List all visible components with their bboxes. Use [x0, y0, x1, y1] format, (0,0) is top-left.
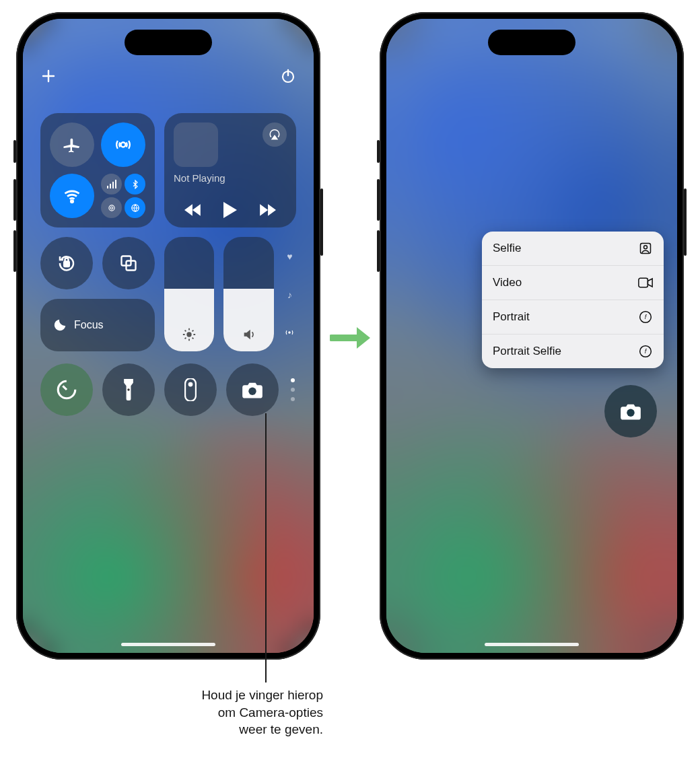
phone-frame-right: Selfie Video Portrait f Portrait Selfie: [380, 12, 684, 660]
control-center: Not Playing: [23, 19, 314, 653]
airplay-icon: [269, 129, 281, 141]
svg-point-2: [71, 201, 73, 203]
svg-point-27: [627, 409, 634, 417]
orientation-lock-button[interactable]: [40, 237, 93, 289]
callout-line1: Houd je vinger hierop: [201, 688, 323, 702]
screen-right: Selfie Video Portrait f Portrait Selfie: [386, 19, 677, 653]
svg-text:f: f: [645, 348, 648, 355]
cellular-icon: [101, 174, 122, 195]
airplane-mode-toggle[interactable]: [50, 123, 94, 167]
speaker-icon: [242, 327, 256, 342]
music-note-icon: ♪: [287, 289, 292, 300]
person-square-icon: [638, 241, 653, 256]
wifi-icon: [63, 186, 81, 205]
svg-rect-6: [115, 180, 116, 188]
brightness-slider[interactable]: [164, 237, 214, 351]
forward-button[interactable]: [258, 203, 276, 217]
screen-mirroring-button[interactable]: [102, 237, 155, 289]
svg-rect-5: [112, 182, 114, 188]
airdrop-icon: [114, 135, 133, 154]
callout-leader-line: [265, 413, 267, 682]
svg-point-19: [248, 388, 256, 395]
home-indicator[interactable]: [121, 643, 215, 646]
media-card[interactable]: Not Playing: [164, 113, 296, 228]
add-control-icon[interactable]: [40, 68, 57, 84]
heart-icon: ♥: [287, 251, 292, 262]
menu-item-label: Portrait Selfie: [493, 345, 561, 358]
remote-button[interactable]: [164, 363, 217, 416]
svg-point-14: [289, 332, 290, 333]
side-button: [320, 188, 323, 256]
rewind-button[interactable]: [184, 203, 202, 217]
menu-item-label: Portrait: [493, 310, 530, 324]
aperture-icon: f: [638, 310, 653, 324]
side-button: [377, 230, 380, 272]
now-playing-status: Not Playing: [174, 172, 287, 184]
svg-rect-3: [107, 186, 108, 188]
focus-button[interactable]: Focus: [40, 299, 155, 351]
svg-point-7: [110, 207, 113, 209]
callout-text: Houd je vinger hierop om Camera-opties w…: [135, 687, 323, 738]
timer-icon: [55, 378, 78, 401]
play-button[interactable]: [223, 202, 238, 218]
power-icon[interactable]: [280, 68, 296, 84]
orientation-lock-icon: [57, 253, 77, 273]
vpn-icon: [125, 197, 145, 218]
connectivity-card[interactable]: [40, 113, 155, 228]
tv-remote-icon: [184, 378, 197, 401]
timer-button[interactable]: [40, 363, 93, 416]
phone-frame-left: Not Playing: [16, 12, 320, 660]
volume-slider[interactable]: [223, 237, 273, 351]
svg-point-18: [188, 382, 193, 387]
camera-button[interactable]: [226, 363, 279, 416]
side-button: [13, 140, 16, 163]
side-button: [13, 179, 16, 221]
side-indicators: ♥ ♪: [283, 237, 296, 351]
svg-rect-4: [110, 184, 111, 188]
callout-line2: om Camera-opties: [218, 705, 323, 720]
svg-rect-22: [639, 278, 648, 287]
moon-icon: [53, 318, 67, 332]
sun-icon: [182, 327, 197, 342]
side-button: [684, 188, 687, 256]
side-button: [13, 230, 16, 272]
antenna-icon: [285, 328, 294, 337]
menu-item-portrait[interactable]: Portrait f: [482, 300, 664, 335]
menu-item-label: Video: [493, 276, 522, 289]
menu-item-video[interactable]: Video: [482, 266, 664, 300]
wifi-toggle[interactable]: [50, 174, 94, 218]
airplane-icon: [62, 135, 82, 155]
hotspot-icon: [101, 197, 122, 218]
connectivity-mini-grid[interactable]: [101, 174, 145, 218]
callout-line3: weer te geven.: [239, 722, 323, 736]
focus-label: Focus: [74, 319, 104, 331]
menu-item-portrait-selfie[interactable]: Portrait Selfie f: [482, 335, 664, 368]
bluetooth-icon: [125, 174, 145, 195]
flashlight-button[interactable]: [102, 363, 155, 416]
flashlight-icon: [122, 379, 135, 400]
svg-rect-20: [641, 244, 651, 254]
svg-point-13: [187, 332, 192, 337]
dynamic-island: [488, 30, 575, 55]
svg-point-21: [644, 246, 648, 249]
home-indicator[interactable]: [485, 643, 579, 646]
page-indicator[interactable]: [291, 378, 295, 401]
camera-icon: [620, 403, 641, 420]
svg-point-16: [127, 388, 129, 390]
screen-left: Not Playing: [23, 19, 314, 653]
cc-topbar: [40, 59, 296, 93]
airdrop-toggle[interactable]: [101, 123, 145, 167]
menu-item-selfie[interactable]: Selfie: [482, 232, 664, 266]
svg-point-1: [121, 143, 126, 147]
screen-mirroring-icon: [119, 254, 138, 273]
side-button: [377, 140, 380, 163]
svg-point-8: [108, 205, 114, 210]
camera-button[interactable]: [604, 385, 657, 438]
album-art: [174, 123, 218, 167]
airplay-button[interactable]: [262, 123, 287, 147]
camera-quick-actions-menu: Selfie Video Portrait f Portrait Selfie: [482, 232, 664, 368]
svg-rect-10: [64, 262, 69, 267]
svg-text:f: f: [645, 314, 648, 320]
camera-icon: [242, 381, 263, 398]
transition-arrow-icon: [330, 324, 373, 351]
